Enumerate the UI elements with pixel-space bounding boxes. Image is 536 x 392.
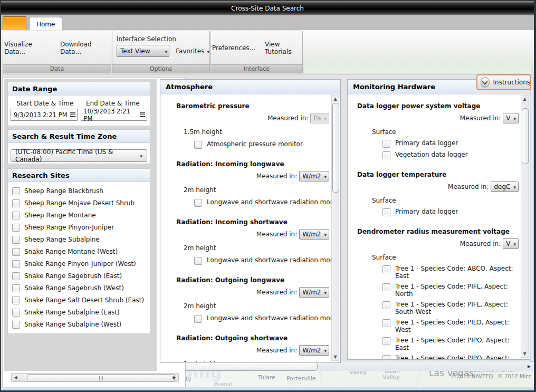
start-date-value: 9/3/2013 2:21 PM <box>14 111 68 119</box>
site-checkbox[interactable] <box>12 321 20 329</box>
site-checkbox[interactable] <box>12 224 20 232</box>
unit-select[interactable]: W/m2 <box>299 171 329 181</box>
site-checkbox[interactable] <box>12 309 20 317</box>
monitor-checkbox[interactable] <box>382 151 390 159</box>
monitor-row: Tree 1 - Species Code: PIFL, Aspect: Sou… <box>382 301 521 315</box>
monitor-checkbox[interactable] <box>382 283 390 291</box>
sidebar-horizontal-scrollbar[interactable] <box>11 373 179 382</box>
time-zone-card: Search & Result Time Zone (UTC-08:00) Pa… <box>7 129 150 164</box>
site-label: Sheep Range Mojave Desert Shrub <box>24 199 135 207</box>
ribbon-group-options: Interface Selection Text View Favorites … <box>112 31 210 73</box>
scrollbar-thumb[interactable] <box>332 103 339 193</box>
monitor-checkbox[interactable] <box>382 301 390 309</box>
scroll-up-arrow[interactable] <box>332 95 339 102</box>
unit-select[interactable]: W/m2 <box>299 287 329 298</box>
end-date-input[interactable]: 10/3/2013 2:21 PM <box>81 109 148 121</box>
scroll-right-arrow[interactable] <box>525 362 533 370</box>
measurement-section: Radiation: Outgoing longwave Measured in… <box>176 276 331 334</box>
unit-select[interactable]: W/m2 <box>299 345 329 356</box>
unit-value: Pa <box>313 114 321 122</box>
unit-value: W/m2 <box>302 347 321 354</box>
scroll-down-arrow[interactable] <box>332 353 339 360</box>
scrollbar-thumb[interactable] <box>27 374 175 382</box>
site-checkbox[interactable] <box>12 212 20 219</box>
monitor-checkbox[interactable] <box>382 319 390 327</box>
monitor-checkbox[interactable] <box>194 315 202 323</box>
monitor-list: Atmospheric pressure monitor <box>176 140 331 149</box>
view-tutorials-button[interactable]: View Tutorials <box>264 39 302 58</box>
monitor-list: Longwave and shortwave radiation monitor <box>176 314 331 323</box>
chevron-down-icon <box>207 47 209 55</box>
measured-in-label: Measured in: <box>267 114 308 122</box>
atmosphere-vertical-scrollbar[interactable] <box>331 95 339 361</box>
scroll-up-arrow[interactable] <box>521 95 528 102</box>
unit-select[interactable]: degC <box>491 181 519 192</box>
preferences-button[interactable]: Preferences... <box>211 42 256 54</box>
monitor-label: Tree 1 - Species Code: PIPO, Aspect: Eas… <box>395 337 521 351</box>
site-checkbox[interactable] <box>12 260 20 268</box>
window-vertical-scrollbar[interactable] <box>530 77 534 362</box>
research-sites-header: Research Sites <box>8 169 150 182</box>
site-row: Snake Range Pinyon-Juniper (West) <box>12 260 147 268</box>
scrollbar-thumb[interactable] <box>168 362 318 371</box>
monitor-checkbox[interactable] <box>382 337 390 345</box>
scrollbar-thumb[interactable] <box>522 108 529 164</box>
site-checkbox[interactable] <box>12 187 20 195</box>
date-picker-icon[interactable] <box>70 112 75 117</box>
unit-select[interactable]: Pa <box>310 113 329 123</box>
time-zone-select[interactable]: (UTC-08:00) Pacific Time (US & Canada) <box>11 149 147 162</box>
hardware-vertical-scrollbar[interactable] <box>521 95 529 358</box>
interface-view-select[interactable]: Text View <box>117 45 169 57</box>
site-checkbox[interactable] <box>12 297 20 304</box>
monitor-checkbox[interactable] <box>194 141 202 149</box>
site-checkbox[interactable] <box>12 272 20 280</box>
unit-select[interactable]: V <box>503 113 519 123</box>
tab-home[interactable]: Home <box>29 17 62 31</box>
scroll-right-arrow[interactable] <box>171 374 178 381</box>
favorites-button[interactable]: Favorites <box>176 47 209 55</box>
instructions-button[interactable]: Instructions <box>476 74 531 90</box>
monitor-label: Tree 1 - Species Code: PIFL, Aspect: Sou… <box>395 301 521 315</box>
measurement-section: Data logger temperature Measured in: deg… <box>357 171 521 228</box>
site-row: Sheep Range Subalpine <box>12 235 147 244</box>
site-checkbox[interactable] <box>12 248 20 256</box>
monitor-checkbox[interactable] <box>382 208 390 216</box>
date-picker-icon[interactable] <box>140 112 145 117</box>
chevron-down-circle-icon[interactable] <box>481 77 490 88</box>
site-checkbox[interactable] <box>12 199 20 207</box>
atmosphere-panel-content: Barometric pressure Measured in: Pa 1.5m… <box>160 94 331 362</box>
site-checkbox[interactable] <box>12 284 20 292</box>
start-date-input[interactable]: 9/3/2013 2:21 PM <box>11 109 78 121</box>
visualize-data-button[interactable]: Visualize Data... <box>3 39 52 58</box>
sensor-height-label: 2m height <box>184 302 331 310</box>
monitor-checkbox[interactable] <box>382 140 390 148</box>
measurement-section: Data logger power system voltage Measure… <box>357 102 521 171</box>
monitor-checkbox[interactable] <box>194 257 202 265</box>
monitor-checkbox[interactable] <box>194 199 202 207</box>
monitor-checkbox[interactable] <box>382 265 390 273</box>
site-label: Snake Range Pinyon-Juniper (West) <box>24 260 136 267</box>
monitor-list: Tree 1 - Species Code: ABCO, Aspect: Eas… <box>357 265 521 359</box>
site-row: Snake Range Sagebrush (West) <box>12 284 147 292</box>
monitor-label: Primary data logger <box>395 139 458 147</box>
unit-select[interactable]: W/m2 <box>299 229 329 240</box>
unit-value: W/m2 <box>302 173 321 180</box>
unit-select[interactable]: V <box>503 238 519 249</box>
ribbon-tint <box>304 46 531 73</box>
chevron-down-icon <box>140 152 142 159</box>
site-checkbox[interactable] <box>12 236 20 244</box>
site-row: Snake Range Subalpine (West) <box>12 320 147 329</box>
window-border <box>534 0 536 392</box>
date-range-header: Date Range <box>8 82 150 95</box>
download-data-button[interactable]: Download Data... <box>59 39 111 58</box>
start-date-label: Start Date & Time <box>11 100 79 107</box>
monitor-checkbox[interactable] <box>382 355 390 359</box>
scroll-down-arrow[interactable] <box>521 350 528 357</box>
chevron-down-icon <box>324 231 327 238</box>
titlebar[interactable]: Cross-Site Data Search <box>1 1 534 15</box>
monitor-row: Primary data logger <box>382 208 521 216</box>
ribbon-group-interface: Preferences... View Tutorials Interface <box>210 31 303 73</box>
scroll-left-arrow[interactable] <box>12 374 19 381</box>
instructions-label: Instructions <box>493 79 530 86</box>
application-menu-button[interactable] <box>3 16 26 31</box>
